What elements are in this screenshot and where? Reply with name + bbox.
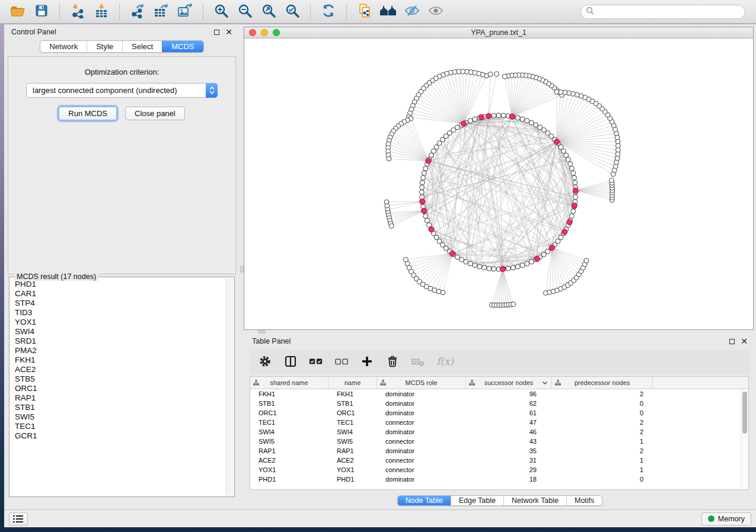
mcds-result-item[interactable]: YOX1 [10,318,226,327]
deselect-all-rows-icon[interactable] [334,354,349,368]
graph-node[interactable] [387,156,391,161]
import-network-button[interactable] [67,2,88,21]
save-session-button[interactable] [31,2,52,21]
tab-motifs[interactable]: Motifs [566,496,602,505]
graph-node[interactable] [423,166,428,171]
column-header-name[interactable]: name [328,377,377,389]
graph-node[interactable] [487,266,492,271]
graph-node[interactable] [610,178,614,182]
network-window-titlebar[interactable]: YPA_prune.txt_1 [244,27,753,39]
table-options-gear-icon[interactable] [258,354,272,368]
table-row[interactable]: YOX1YOX1connector291 [250,465,748,475]
graph-mcds-node[interactable] [562,229,567,235]
graph-mcds-node[interactable] [550,245,555,250]
graph-node[interactable] [421,175,426,180]
graph-node[interactable] [525,261,529,266]
graph-node[interactable] [569,214,574,219]
mcds-result-item[interactable]: FKH1 [10,355,226,365]
float-panel-icon[interactable] [214,30,219,35]
zoom-fit-button[interactable] [258,2,279,21]
open-file-button[interactable] [7,2,28,21]
mcds-result-item[interactable]: SWI4 [10,327,226,336]
graph-node[interactable] [488,72,493,76]
graph-node[interactable] [419,190,424,194]
mcds-result-item[interactable]: STB5 [10,374,226,384]
graph-node[interactable] [496,113,501,118]
graph-node[interactable] [468,118,473,123]
mcds-result-item[interactable]: SRD1 [10,336,226,346]
graph-mcds-node[interactable] [573,188,578,193]
mcds-result-item[interactable]: CAR1 [10,289,226,299]
graph-mcds-node[interactable] [567,220,572,225]
tab-node-table[interactable]: Node Table [398,496,451,505]
graph-node[interactable] [420,185,425,190]
graph-node[interactable] [420,180,425,185]
export-network-button[interactable] [127,2,148,21]
apply-layout-button[interactable] [318,2,339,21]
create-column-plus-icon[interactable] [360,354,374,368]
show-columns-icon[interactable] [283,354,298,368]
tab-select[interactable]: Select [122,41,162,52]
graph-node[interactable] [492,267,496,271]
mcds-result-item[interactable]: RAP1 [10,393,226,403]
mcds-result-item[interactable]: TEC1 [10,422,226,431]
graph-node[interactable] [473,263,477,268]
search-input[interactable] [597,8,740,16]
table-row[interactable]: ORC1ORC1dominator610 [250,408,748,418]
mcds-result-item[interactable]: GCR1 [10,431,226,441]
graph-node[interactable] [573,195,578,200]
show-panels-menu-button[interactable] [9,512,28,525]
graph-mcds-node[interactable] [422,208,427,213]
horizontal-splitter-grip[interactable] [258,330,266,334]
mcds-result-item[interactable]: SWI5 [10,412,226,422]
mcds-result-item[interactable]: ORC1 [10,384,226,393]
first-neighbors-button[interactable] [378,2,399,21]
close-panel-icon[interactable]: ✕ [225,30,232,35]
graph-node[interactable] [569,166,574,171]
graph-node[interactable] [468,261,473,266]
tab-mcds[interactable]: MCDS [162,41,203,52]
graph-node[interactable] [473,117,477,121]
mcds-list-scrollbar[interactable] [226,278,234,496]
column-header-mcds-role[interactable]: MCDS role [377,377,466,389]
search-box[interactable] [580,5,745,19]
table-row[interactable]: STB1STB1dominator620 [250,399,748,408]
mcds-result-item[interactable]: STB1 [10,403,226,412]
tab-edge-table[interactable]: Edge Table [451,496,503,505]
graph-node[interactable] [492,113,496,118]
graph-node[interactable] [520,117,525,121]
mcds-result-item[interactable]: PHD1 [10,280,226,289]
graph-mcds-node[interactable] [486,113,491,118]
criterion-select[interactable]: largest connected component (undirected) [26,83,206,98]
graph-node[interactable] [511,302,516,306]
graph-node[interactable] [422,171,426,175]
import-table-button[interactable] [91,2,112,21]
show-all-button[interactable] [425,2,446,21]
graph-node[interactable] [520,263,525,268]
delete-column-trash-icon[interactable] [385,354,400,368]
graph-node[interactable] [477,264,482,269]
graph-node[interactable] [571,171,576,175]
table-row[interactable]: PHD1PHD1dominator180 [250,475,748,484]
close-table-panel-icon[interactable]: ✕ [741,339,748,344]
select-stepper-icon[interactable] [206,83,218,98]
graph-node[interactable] [502,74,507,79]
network-canvas[interactable] [244,39,753,329]
table-row[interactable]: TEC1TEC1connector472 [250,418,748,427]
select-all-rows-icon[interactable] [309,354,323,368]
mcds-result-item[interactable]: ACE2 [10,365,226,374]
graph-node[interactable] [506,266,511,271]
duplicate-network-button[interactable] [354,2,375,21]
zoom-selected-button[interactable] [282,2,303,21]
graph-node[interactable] [584,258,589,263]
run-mcds-button[interactable]: Run MCDS [59,107,117,120]
tab-network[interactable]: Network [40,41,87,52]
table-row[interactable]: RAP1RAP1dominator352 [250,446,748,456]
graph-node[interactable] [529,120,534,125]
table-row[interactable]: ACE2ACE2connector311 [250,456,748,465]
graph-mcds-node[interactable] [429,227,434,232]
network-graph[interactable] [244,39,753,329]
graph-node[interactable] [572,175,576,180]
graph-mcds-node[interactable] [554,139,559,145]
graph-mcds-node[interactable] [461,121,467,126]
